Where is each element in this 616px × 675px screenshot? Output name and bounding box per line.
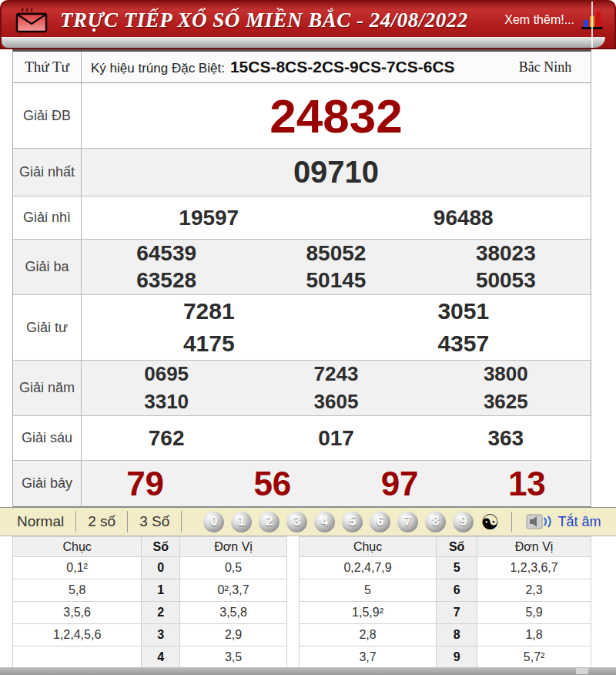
chuc-cell bbox=[13, 646, 142, 669]
weekday-label: Thứ Tư bbox=[13, 52, 82, 82]
prize-number: 79 bbox=[126, 465, 164, 503]
scrollbar-thumb[interactable] bbox=[576, 668, 588, 674]
chuc-cell: 5,8 bbox=[13, 579, 142, 602]
header-bottom-strip bbox=[2, 37, 605, 48]
stats-row: 1,2,4,5,6 3 2,9 bbox=[13, 624, 287, 646]
stats-row: 3,7 9 5,7² bbox=[300, 646, 591, 669]
chuc-cell: 3,7 bbox=[300, 646, 437, 669]
province-label: Bắc Ninh bbox=[500, 59, 591, 76]
digit-cell: 9 bbox=[437, 646, 477, 669]
prize-number: 09710 bbox=[293, 155, 379, 190]
donvi-cell: 5,9 bbox=[477, 602, 591, 624]
digit-button-5[interactable]: 5 bbox=[342, 512, 363, 532]
prize-label: Giải nhì bbox=[13, 196, 82, 239]
digit-button-3[interactable]: 3 bbox=[286, 512, 307, 532]
column-header-so: Số bbox=[142, 537, 180, 557]
digit-cell: 3 bbox=[142, 624, 180, 646]
speaker-icon bbox=[526, 513, 552, 530]
stats-row: 4 3,5 bbox=[13, 646, 287, 669]
special-symbol-value: 15CS-8CS-2CS-9CS-7CS-6CS bbox=[230, 58, 455, 76]
column-header-chuc: Chục bbox=[13, 537, 142, 557]
horizontal-scrollbar[interactable] bbox=[0, 667, 616, 675]
prize-label: Giải nhất bbox=[13, 149, 82, 196]
digit-cell: 2 bbox=[142, 602, 180, 624]
stats-row: 5 6 2,3 bbox=[300, 579, 591, 602]
digit-button-7[interactable]: 7 bbox=[397, 512, 418, 532]
mode-2-digits[interactable]: 2 số bbox=[76, 511, 128, 532]
digit-button-6[interactable]: 6 bbox=[370, 512, 390, 532]
stats-row: 5,8 1 0²,3,7 bbox=[13, 579, 287, 602]
donvi-cell: 0²,3,7 bbox=[180, 579, 287, 602]
donvi-cell: 3,5 bbox=[180, 646, 287, 669]
results-table: Thứ Tư Ký hiệu trúng Đặc Biệt: 15CS-8CS-… bbox=[12, 49, 591, 507]
prize-number: 50053 bbox=[476, 268, 536, 293]
digit-cell: 6 bbox=[437, 579, 477, 602]
stats-row: 0,1² 0 0,5 bbox=[13, 557, 287, 579]
prize-number: 13 bbox=[508, 465, 546, 503]
digit-cell: 5 bbox=[437, 557, 477, 579]
prize-number: 0695 bbox=[144, 362, 189, 386]
page-title: TRỰC TIẾP XỔ SỐ MIỀN BẮC - 24/08/2022 bbox=[60, 8, 468, 32]
mode-3-digits[interactable]: 3 Số bbox=[128, 511, 182, 532]
digit-button-2[interactable]: 2 bbox=[259, 512, 280, 532]
digit-cell: 1 bbox=[142, 579, 180, 602]
chuc-cell: 2,8 bbox=[300, 624, 437, 646]
header-seam-line bbox=[591, 2, 593, 48]
digit-cell: 8 bbox=[437, 624, 477, 646]
stats-row: 0,2,4,7,9 5 1,2,3,6,7 bbox=[300, 557, 591, 579]
prize-number: 24832 bbox=[270, 89, 402, 143]
digit-button-9[interactable]: 9 bbox=[453, 512, 474, 532]
prize-number: 017 bbox=[318, 426, 354, 451]
donvi-cell: 3,5,8 bbox=[180, 602, 287, 624]
mute-label: Tắt âm bbox=[557, 514, 601, 530]
mute-button[interactable]: Tắt âm bbox=[526, 513, 601, 530]
prize-number: 3625 bbox=[484, 390, 528, 414]
prize-number: 4357 bbox=[437, 331, 489, 357]
column-header-so: Số bbox=[437, 537, 477, 557]
prize-number: 97 bbox=[381, 465, 419, 503]
column-header-donvi: Đơn Vị bbox=[477, 537, 591, 557]
stats-table-left: Chục Số Đơn Vị 0,1² 0 0,5 5,8 1 0²,3,7 3… bbox=[12, 536, 287, 669]
prize-number: 7281 bbox=[183, 298, 235, 324]
prize-label: Giải tư bbox=[13, 295, 82, 360]
chuc-cell: 3,5,6 bbox=[13, 602, 142, 624]
prize-number: 56 bbox=[253, 465, 291, 503]
prize-label: Giải năm bbox=[13, 361, 82, 415]
special-symbol-label: Ký hiệu trúng Đặc Biệt: bbox=[91, 61, 225, 76]
prize-number: 19597 bbox=[179, 206, 239, 230]
digit-button-4[interactable]: 4 bbox=[314, 512, 335, 532]
control-divider bbox=[511, 512, 512, 532]
see-more-label: Xem thêm!... bbox=[504, 13, 574, 27]
digit-button-1[interactable]: 1 bbox=[231, 512, 252, 532]
digit-button-0[interactable]: 0 bbox=[203, 512, 224, 532]
stats-row: 3,5,6 2 3,5,8 bbox=[13, 602, 287, 624]
prize-number: 363 bbox=[487, 426, 524, 451]
mode-normal[interactable]: Normal bbox=[11, 511, 76, 532]
prize-number: 64539 bbox=[136, 241, 196, 266]
prize-label: Giải ĐB bbox=[13, 83, 82, 148]
donvi-cell: 2,3 bbox=[477, 579, 591, 602]
prize-row-first: Giải nhất 09710 bbox=[13, 149, 591, 196]
yin-yang-icon[interactable]: ☯ bbox=[480, 512, 499, 532]
prize-number: 3051 bbox=[437, 298, 489, 324]
donvi-cell: 5,7² bbox=[477, 646, 591, 669]
see-more-button[interactable]: Xem thêm!... bbox=[504, 9, 604, 31]
prize-row-fourth: Giải tư 7281 3051 4175 4357 bbox=[13, 295, 591, 361]
prize-number: 85052 bbox=[306, 241, 367, 266]
prize-row-seventh: Giải bảy 79 56 97 13 bbox=[13, 461, 591, 507]
prize-row-second: Giải nhì 19597 96488 bbox=[13, 196, 591, 240]
prize-label: Giải ba bbox=[13, 240, 82, 294]
prize-number: 63528 bbox=[136, 268, 196, 293]
control-bar: Normal 2 số 3 Số 0 1 2 3 4 5 6 7 8 9 ☯ T… bbox=[0, 507, 616, 536]
donvi-cell: 1,8 bbox=[477, 624, 591, 646]
donvi-cell: 0,5 bbox=[180, 557, 287, 579]
prize-number: 50145 bbox=[306, 268, 367, 293]
donvi-cell: 2,9 bbox=[180, 624, 287, 646]
draw-info-row: Thứ Tư Ký hiệu trúng Đặc Biệt: 15CS-8CS-… bbox=[13, 52, 591, 83]
chuc-cell: 1,2,4,5,6 bbox=[13, 624, 142, 646]
prize-label: Giải bảy bbox=[13, 461, 82, 506]
digit-button-8[interactable]: 8 bbox=[425, 512, 446, 532]
prize-label: Giải sáu bbox=[13, 416, 82, 460]
prize-number: 96488 bbox=[434, 206, 494, 230]
header-bar: TRỰC TIẾP XỔ SỐ MIỀN BẮC - 24/08/2022 Xe… bbox=[0, 0, 616, 49]
